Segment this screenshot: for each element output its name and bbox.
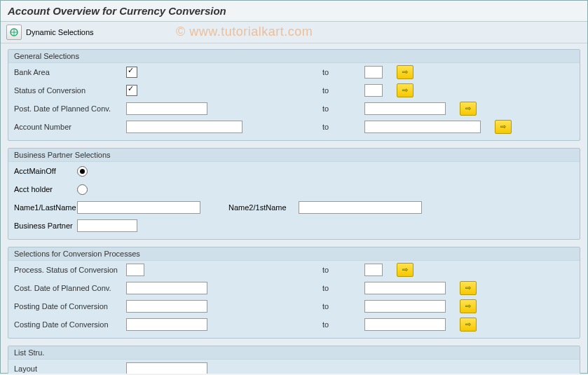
group-title-general: General Selections [8, 50, 580, 63]
row-status-conversion: Status of Conversion to ⇨ [8, 81, 580, 100]
post-date-from-input[interactable] [126, 102, 207, 115]
row-bp: Business Partner [8, 217, 580, 235]
row-bank-area: Bank Area to ⇨ [8, 63, 580, 81]
label-cost-date: Cost. Date of Planned Conv. [14, 284, 126, 292]
cost-date-to-input[interactable] [364, 282, 446, 294]
group-business-partner: Business Partner Selections AcctMainOff … [8, 148, 580, 240]
checkbox-bank-area[interactable] [126, 67, 137, 78]
to-label-status-conv: to [301, 86, 364, 95]
row-post-date: Post. Date of Planned Conv. to ⇨ [8, 100, 580, 118]
to-label-post-date: to [301, 104, 364, 113]
label-layout: Layout [14, 364, 126, 373]
group-title-list-stru: List Stru. [8, 346, 580, 360]
multiple-selection-button[interactable]: ⇨ [495, 120, 512, 134]
to-label-bank-area: to [301, 68, 364, 76]
label-name1: Name1/LastName [14, 203, 77, 212]
arrow-right-icon: ⇨ [465, 303, 471, 310]
arrow-right-icon: ⇨ [500, 123, 506, 130]
toolbar: Dynamic Selections [1, 22, 587, 43]
posting-date-from-input[interactable] [126, 300, 207, 313]
group-title-bp: Business Partner Selections [8, 149, 580, 162]
status-conv-to-input[interactable] [364, 84, 383, 97]
group-general-selections: General Selections Bank Area to ⇨ Status… [8, 49, 580, 141]
bank-area-to-input[interactable] [364, 66, 383, 79]
row-cost-date: Cost. Date of Planned Conv. to ⇨ [8, 279, 580, 297]
multiple-selection-button[interactable]: ⇨ [460, 281, 477, 295]
row-account-number: Account Number to ⇨ [8, 118, 580, 136]
window: Account Overview for Currency Conversion… [0, 0, 588, 374]
process-status-to-input[interactable] [364, 264, 383, 276]
multiple-selection-button[interactable]: ⇨ [397, 65, 413, 79]
account-number-from-input[interactable] [126, 121, 242, 133]
arrow-right-icon: ⇨ [465, 285, 471, 292]
label-post-date: Post. Date of Planned Conv. [14, 104, 126, 113]
label-process-status: Process. Status of Conversion [14, 266, 126, 274]
checkbox-status-conv[interactable] [126, 85, 137, 96]
group-conversion-processes: Selections for Conversion Processes Proc… [8, 247, 580, 339]
posting-date-to-input[interactable] [364, 300, 446, 313]
process-status-from-input[interactable] [126, 264, 144, 276]
arrow-right-icon: ⇨ [465, 105, 471, 112]
label-bp: Business Partner [14, 221, 77, 230]
label-name2: Name2/1stName [228, 203, 306, 212]
name1-input[interactable] [77, 201, 200, 214]
costing-date-to-input[interactable] [364, 318, 446, 331]
to-label-account-number: to [301, 123, 364, 131]
multiple-selection-button[interactable]: ⇨ [460, 102, 477, 116]
multiple-selection-button[interactable]: ⇨ [397, 83, 413, 97]
multiple-selection-button[interactable]: ⇨ [460, 299, 477, 313]
cost-date-from-input[interactable] [126, 282, 207, 294]
bp-input[interactable] [77, 219, 137, 232]
group-list-stru: List Stru. Layout [8, 346, 580, 374]
dynamic-selections-button[interactable] [6, 25, 22, 40]
to-label-posting-date: to [301, 302, 364, 311]
row-posting-date: Posting Date of Conversion to ⇨ [8, 297, 580, 315]
post-date-to-input[interactable] [364, 102, 446, 115]
label-acct-main-off: AcctMainOff [14, 167, 77, 175]
arrow-right-icon: ⇨ [465, 321, 471, 328]
row-name1: Name1/LastName Name2/1stName [8, 198, 580, 217]
account-number-to-input[interactable] [364, 121, 481, 133]
row-acct-holder: Acct holder [8, 180, 580, 198]
to-label-cost-date: to [301, 284, 364, 292]
label-costing-date: Costing Date of Conversion [14, 320, 126, 329]
row-costing-date: Costing Date of Conversion to ⇨ [8, 315, 580, 334]
arrow-right-icon: ⇨ [402, 266, 408, 273]
label-posting-date: Posting Date of Conversion [14, 302, 126, 311]
row-process-status: Process. Status of Conversion to ⇨ [8, 261, 580, 279]
label-acct-holder: Acct holder [14, 185, 77, 193]
radio-acct-holder[interactable] [77, 184, 88, 195]
filter-icon [10, 28, 18, 36]
row-layout: Layout [8, 360, 580, 374]
dynamic-selections-label: Dynamic Selections [26, 28, 94, 36]
row-acct-main-off: AcctMainOff [8, 162, 580, 180]
group-title-conv-proc: Selections for Conversion Processes [8, 247, 580, 261]
label-status-conv: Status of Conversion [14, 86, 126, 95]
radio-acct-main-off[interactable] [77, 166, 88, 177]
name2-input[interactable] [299, 201, 422, 214]
label-bank-area: Bank Area [14, 68, 126, 76]
layout-input[interactable] [126, 362, 207, 374]
arrow-right-icon: ⇨ [402, 69, 408, 76]
to-label-process-status: to [301, 266, 364, 274]
label-account-number: Account Number [14, 123, 126, 131]
to-label-costing-date: to [301, 320, 364, 329]
arrow-right-icon: ⇨ [402, 87, 408, 94]
page-title: Account Overview for Currency Conversion [8, 5, 226, 17]
multiple-selection-button[interactable]: ⇨ [460, 318, 477, 332]
title-bar: Account Overview for Currency Conversion [1, 1, 587, 22]
multiple-selection-button[interactable]: ⇨ [397, 263, 413, 277]
costing-date-from-input[interactable] [126, 318, 207, 331]
content: General Selections Bank Area to ⇨ Status… [1, 43, 587, 374]
